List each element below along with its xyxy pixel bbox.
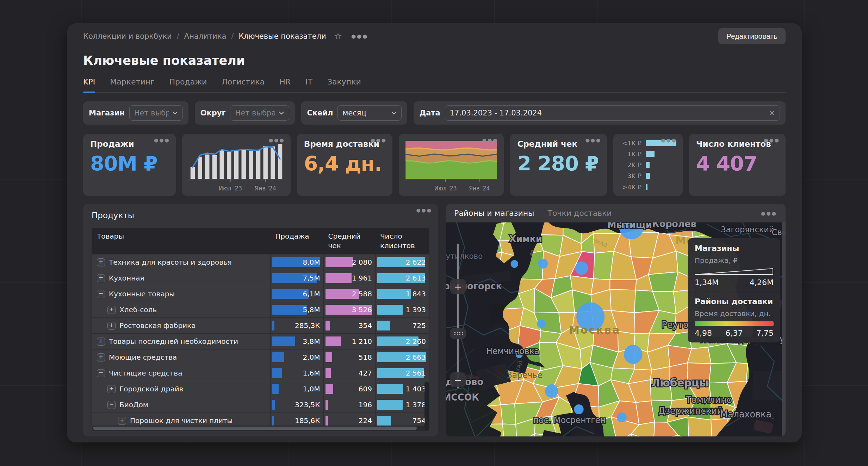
card-menu-icon[interactable]: ●●● (585, 137, 602, 143)
expand-toggle-icon[interactable]: + (97, 258, 105, 266)
page-title: Ключевые показатели (83, 53, 786, 68)
sale-value: 2,0М (303, 353, 320, 361)
sale-value: 323,5К (295, 401, 320, 409)
tab-Закупки[interactable]: Закупки (327, 77, 361, 86)
shop-bubble[interactable] (624, 345, 643, 364)
clients-cell: 1 403 (375, 381, 429, 397)
map-place-label: пос. Мосрентген (533, 415, 606, 425)
tab-HR[interactable]: HR (279, 77, 291, 86)
zoom-out-button[interactable]: − (450, 372, 466, 387)
date-range-input[interactable]: 17.03.2023 - 17.03.2024 ✕ (445, 105, 780, 121)
expand-toggle-icon[interactable]: − (107, 401, 116, 409)
card-menu-icon[interactable]: ●●● (661, 137, 677, 143)
expand-toggle-icon[interactable]: + (107, 306, 116, 314)
tab-KPI[interactable]: KPI (83, 77, 95, 86)
clear-icon[interactable]: ✕ (766, 109, 775, 117)
card-menu-icon[interactable]: ●●● (764, 137, 780, 143)
filter-select-Скейл[interactable]: месяц (337, 105, 402, 121)
check-value: 427 (359, 369, 372, 377)
map-place-label: Малаховка (720, 409, 771, 420)
shop-bubble[interactable] (511, 260, 518, 268)
map-tab-districts-shops[interactable]: Районы и магазины (454, 209, 534, 218)
sale-value: 285,3К (295, 321, 320, 330)
tab-Логистика[interactable]: Логистика (222, 77, 265, 86)
column-header[interactable]: Средний чек (323, 228, 375, 254)
shop-bubble[interactable] (537, 319, 546, 328)
expand-toggle-icon[interactable]: + (107, 385, 116, 393)
card-menu-icon[interactable]: ●●● (269, 137, 285, 143)
shop-bubble[interactable] (575, 262, 588, 275)
expand-toggle-icon[interactable]: + (97, 274, 105, 282)
tab-IT[interactable]: IT (305, 77, 312, 86)
table-horizontal-scrollbar[interactable] (92, 426, 429, 431)
zoom-slider-track[interactable] (457, 244, 459, 389)
map-place-label: Загорянский (721, 225, 774, 234)
column-header[interactable]: Продажа (270, 228, 323, 254)
expand-toggle-icon[interactable]: − (97, 290, 105, 298)
shop-bubble[interactable] (617, 413, 626, 422)
expand-toggle-icon[interactable]: + (97, 338, 105, 346)
card-value: 4 407 (696, 152, 779, 175)
filter-value: Нет выбранн... (235, 109, 275, 117)
map-menu-icon[interactable]: ●●● (761, 210, 777, 216)
zoom-slider-handle[interactable] (450, 328, 466, 339)
mini-area-chart[interactable]: Июл '23Янв '24 (403, 137, 500, 193)
card-menu-icon[interactable]: ●●● (482, 137, 498, 143)
table-row[interactable]: + Ростовская фабрика 285,3К 354 725 (92, 317, 429, 333)
table-row[interactable]: + Товары последней необходимости 3,8М 1 … (92, 333, 429, 349)
card-menu-icon[interactable]: ●●● (154, 137, 170, 143)
legend-shops-title: Магазины (695, 244, 774, 253)
map-tab-delivery-points[interactable]: Точки доставки (547, 209, 612, 218)
expand-toggle-icon[interactable]: − (97, 369, 105, 377)
map-vertical-scrollbar[interactable] (782, 222, 786, 436)
table-row[interactable]: − Чистящие средства 1,6М 427 2 561 (92, 365, 429, 381)
check-value: 1 210 (352, 337, 372, 346)
clients-cell: 1 378 (375, 397, 429, 413)
expand-toggle-icon[interactable]: + (97, 353, 105, 361)
table-row[interactable]: + Хлеб-соль 5,8М 3 526 1 393 (92, 302, 429, 317)
mini-bar-chart[interactable]: Июл '23Янв '24 (186, 137, 286, 193)
column-header[interactable]: Товары (92, 228, 270, 254)
table-row[interactable]: + Моющие средства 2,0М 518 2 663 (92, 349, 429, 365)
table-row[interactable]: + Городской драйв 1,0М 609 1 403 (92, 381, 429, 397)
zoom-in-button[interactable]: + (450, 279, 466, 294)
map-canvas[interactable]: ₽₽₽МытищиКоролевЗагорянскийСвердлоХимкиП… (446, 222, 786, 436)
filter-select-Магазин[interactable]: Нет выбран... (129, 105, 183, 121)
table-row[interactable]: − БиоДом 323,5К 196 1 378 (92, 397, 429, 413)
map-widget-header: Районы и магазины Точки доставки ●●● (446, 204, 786, 222)
table-row[interactable]: + Техника для красоты и здоровья 8,0М 2 … (92, 254, 429, 270)
table-vertical-scrollbar[interactable] (424, 382, 429, 431)
histogram-label: <1K ₽ (618, 139, 641, 147)
chevron-down-icon (279, 111, 284, 115)
column-header[interactable]: Число клиентов (375, 228, 429, 254)
product-name: Техника для красоты и здоровья (109, 258, 232, 266)
date-range-value: 17.03.2023 - 17.03.2024 (450, 109, 763, 117)
table-row[interactable]: − Кухонные товары 6,1М 2 588 1 843 (92, 286, 429, 302)
histogram-label: >4K ₽ (618, 183, 641, 191)
clients-cell: 2 663 (375, 350, 429, 365)
edit-button[interactable]: Редактировать (718, 28, 786, 44)
map-place-label: ИССОК (446, 392, 479, 403)
shop-bubble[interactable] (538, 259, 548, 269)
breadcrumb-analytics[interactable]: Аналитика (184, 32, 226, 40)
tab-Продажи[interactable]: Продажи (169, 77, 207, 86)
tab-bar: KPIМаркетингПродажиЛогистикаHRITЗакупки (83, 77, 786, 93)
mini-histogram[interactable]: <1K ₽ 1K ₽ 2K ₽ 3K ₽ >4K ₽ (618, 139, 676, 191)
check-cell: 2 080 (323, 254, 375, 270)
dashboard-panel: Коллекции и воркбуки / Аналитика / Ключе… (67, 23, 802, 442)
breadcrumb-collections[interactable]: Коллекции и воркбуки (83, 32, 172, 40)
expand-toggle-icon[interactable]: + (107, 322, 116, 330)
table-row[interactable]: + Кухонная 7,5М 1 961 2 613 (92, 270, 429, 286)
shop-bubble[interactable] (574, 404, 583, 414)
shop-bubble[interactable] (545, 384, 558, 398)
more-menu-icon[interactable]: ●●● (351, 33, 368, 39)
check-cell: 518 (323, 350, 375, 365)
check-value: 1 961 (352, 274, 372, 282)
card-menu-icon[interactable]: ●●● (371, 137, 387, 143)
tab-Маркетинг[interactable]: Маркетинг (110, 77, 154, 86)
filter-select-Округ[interactable]: Нет выбранн... (230, 105, 289, 121)
expand-toggle-icon[interactable]: + (118, 417, 126, 425)
favorite-star-icon[interactable]: ☆ (334, 32, 342, 41)
clients-value: 754 (413, 416, 426, 425)
products-menu-icon[interactable]: ●●● (416, 207, 432, 213)
